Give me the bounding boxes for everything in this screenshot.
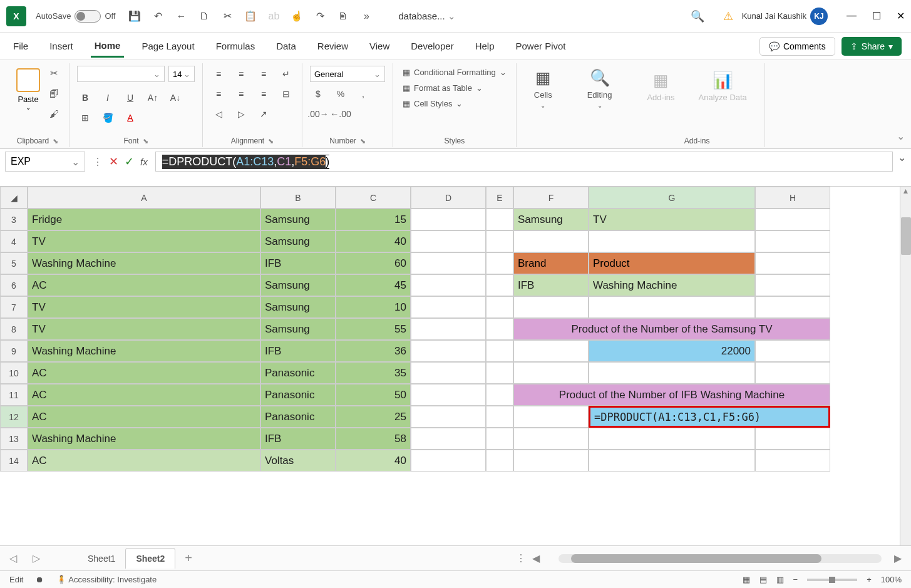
editing-button[interactable]: 🔍 Editing ⌄	[577, 63, 622, 114]
cell[interactable]	[486, 428, 513, 450]
conditional-formatting-button[interactable]: ▦Conditional Formatting ⌄	[401, 66, 508, 79]
align-bottom-button[interactable]: ≡	[255, 66, 272, 82]
cell[interactable]: Samsung	[260, 318, 336, 340]
view-normal-icon[interactable]: ▦	[743, 575, 750, 584]
tab-file[interactable]: File	[9, 36, 32, 56]
font-name-select[interactable]: ⌄	[77, 66, 165, 82]
select-all[interactable]: ◢	[0, 187, 28, 209]
cell[interactable]: 50	[336, 384, 411, 406]
wrap-text-button[interactable]: ↵	[278, 66, 294, 82]
cell[interactable]	[589, 296, 755, 318]
chevron-down-icon[interactable]: ⌄	[71, 156, 80, 168]
cell[interactable]	[411, 362, 486, 384]
redo-icon[interactable]: ↷	[313, 9, 327, 23]
more-icon[interactable]: »	[359, 9, 373, 23]
cell[interactable]	[513, 450, 589, 472]
alignment-launcher-icon[interactable]: ⬊	[268, 137, 274, 145]
cell[interactable]	[513, 296, 589, 318]
zoom-out-button[interactable]: −	[793, 575, 798, 584]
copy-button[interactable]: 🗐	[46, 86, 61, 101]
vertical-scrollbar[interactable]: ▲	[900, 187, 911, 545]
comma-button[interactable]: ,	[355, 86, 371, 102]
cell[interactable]	[755, 362, 830, 384]
cell[interactable]	[411, 340, 486, 362]
tab-power-pivot[interactable]: Power Pivot	[512, 36, 570, 56]
cell[interactable]: Panasonic	[260, 384, 336, 406]
cell[interactable]	[589, 428, 755, 450]
cell[interactable]: Product	[589, 252, 755, 274]
formula-input[interactable]: =DPRODUCT(A1:C13,C1,F5:G6)	[155, 152, 893, 172]
col-header-B[interactable]: B	[260, 187, 336, 209]
cell[interactable]	[411, 230, 486, 252]
add-sheet-button[interactable]: +	[185, 551, 192, 565]
prev-sheet-icon[interactable]: ◁	[9, 552, 17, 564]
save-icon[interactable]: 💾	[128, 9, 142, 23]
new-file-icon[interactable]: 🗋	[197, 9, 211, 23]
cell[interactable]: AC	[28, 384, 260, 406]
cell[interactable]: TV	[589, 209, 755, 230]
row-header[interactable]: 4	[0, 230, 28, 252]
cell[interactable]: 35	[336, 362, 411, 384]
cell[interactable]	[755, 230, 830, 252]
cell[interactable]: 45	[336, 274, 411, 296]
font-size-select[interactable]: 14⌄	[168, 66, 195, 82]
cell[interactable]: Washing Machine	[28, 252, 260, 274]
tab-home[interactable]: Home	[91, 35, 125, 58]
italic-button[interactable]: I	[100, 90, 116, 106]
cell[interactable]: Panasonic	[260, 406, 336, 428]
cell[interactable]	[513, 406, 589, 428]
align-right-button[interactable]: ≡	[255, 86, 272, 102]
cell[interactable]	[486, 384, 513, 406]
tab-insert[interactable]: Insert	[46, 36, 77, 56]
cell[interactable]: IFB	[513, 274, 589, 296]
cell[interactable]: TV	[28, 230, 260, 252]
search-icon[interactable]: 🔍	[691, 9, 704, 23]
cell[interactable]	[486, 209, 513, 230]
col-header-C[interactable]: C	[336, 187, 411, 209]
tab-developer[interactable]: Developer	[407, 36, 457, 56]
zoom-in-button[interactable]: +	[867, 575, 872, 584]
tab-formulas[interactable]: Formulas	[212, 36, 259, 56]
sheet-tab[interactable]: Sheet1	[78, 549, 125, 569]
cut-icon[interactable]: ✂	[220, 9, 234, 23]
col-header-D[interactable]: D	[411, 187, 486, 209]
cell[interactable]	[411, 428, 486, 450]
underline-button[interactable]: U	[122, 90, 138, 106]
view-break-icon[interactable]: ▥	[776, 575, 784, 584]
font-color-button[interactable]: A	[122, 110, 138, 126]
cell[interactable]: 36	[336, 340, 411, 362]
tab-page-layout[interactable]: Page Layout	[138, 36, 198, 56]
number-format-select[interactable]: General⌄	[310, 66, 385, 82]
align-top-button[interactable]: ≡	[210, 66, 227, 82]
minimize-button[interactable]: —	[847, 10, 857, 22]
cell[interactable]	[513, 230, 589, 252]
cell[interactable]	[486, 340, 513, 362]
paste-icon[interactable]: 📋	[244, 9, 257, 23]
cell[interactable]	[486, 274, 513, 296]
scrollbar-thumb[interactable]	[901, 217, 911, 255]
print-icon[interactable]: 🗎	[336, 9, 350, 23]
horizontal-scrollbar[interactable]	[558, 554, 882, 563]
cell[interactable]: 40	[336, 450, 411, 472]
format-painter-button[interactable]: 🖌	[46, 106, 61, 121]
collapse-ribbon-icon[interactable]: ⌄	[897, 130, 905, 142]
scrollbar-thumb[interactable]	[571, 554, 821, 563]
col-header-G[interactable]: G	[589, 187, 755, 209]
cell[interactable]: AC	[28, 362, 260, 384]
col-header-A[interactable]: A	[28, 187, 260, 209]
tab-help[interactable]: Help	[471, 36, 498, 56]
share-button[interactable]: ⇪ Share ▾	[842, 37, 902, 56]
row-header[interactable]: 14	[0, 450, 28, 472]
increase-indent-button[interactable]: ▷	[233, 106, 249, 122]
maximize-button[interactable]: ☐	[872, 10, 881, 22]
cell[interactable]: Washing Machine	[589, 274, 755, 296]
cell[interactable]: 58	[336, 428, 411, 450]
cell[interactable]: 10	[336, 296, 411, 318]
cell[interactable]: Washing Machine	[28, 428, 260, 450]
cell[interactable]	[411, 406, 486, 428]
paste-button[interactable]: Paste ⌄	[14, 66, 43, 113]
cell[interactable]: IFB	[260, 428, 336, 450]
cell[interactable]: Washing Machine	[28, 340, 260, 362]
cell[interactable]	[411, 450, 486, 472]
filename[interactable]: database... ⌄	[398, 11, 455, 22]
